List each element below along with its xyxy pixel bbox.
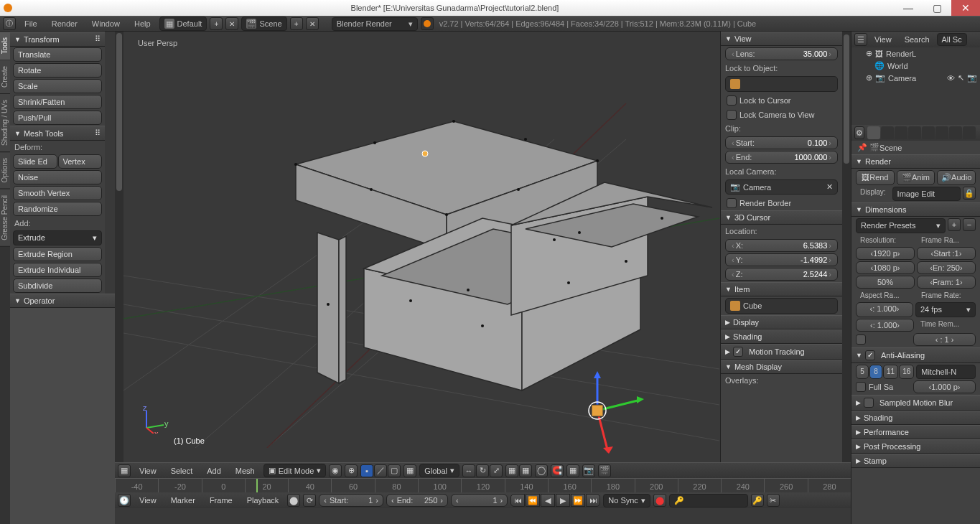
tl-menu-playback[interactable]: Playback: [241, 496, 285, 505]
shrink-fatten-button[interactable]: Shrink/Fatten: [13, 95, 102, 109]
add-preset-icon[interactable]: +: [948, 218, 961, 231]
extrude-region-button[interactable]: Extrude Region: [13, 247, 102, 261]
menu-help[interactable]: Help: [129, 19, 157, 28]
prop-tab-object[interactable]: [922, 126, 935, 139]
prop-tab-modifier[interactable]: [949, 126, 962, 139]
3d-cursor-gizmo[interactable]: [569, 368, 655, 454]
jump-end-icon[interactable]: ⏭: [586, 494, 600, 507]
vp-menu-mesh[interactable]: Mesh: [230, 467, 261, 475]
panel-stamp-header[interactable]: ▶Stamp: [851, 454, 980, 468]
vertex-slide-button[interactable]: Vertex: [58, 154, 103, 169]
cursor-y-field[interactable]: ‹Y:-1.4992›: [725, 253, 838, 266]
full-sample-checkbox[interactable]: [856, 382, 866, 392]
panel-aa-header[interactable]: ▼Anti-Aliasing: [851, 347, 980, 363]
panel-transform-header[interactable]: ▼Transform⠿: [10, 32, 105, 47]
panel-postprocess-header[interactable]: ▶Post Processing: [851, 439, 980, 454]
res-pct-field[interactable]: 50%: [856, 276, 915, 289]
viewport-shading-icon[interactable]: ◉: [329, 464, 342, 477]
screen-layout-selector[interactable]: ▦ Default: [159, 17, 207, 31]
vp-menu-select[interactable]: Select: [165, 467, 199, 475]
border-checkbox[interactable]: [856, 334, 866, 345]
render-engine-selector[interactable]: Blender Render▾: [332, 17, 418, 31]
outliner-item-renderlayers[interactable]: ⊕🖼RenderL: [851, 47, 980, 60]
rotate-button[interactable]: Rotate: [13, 63, 102, 78]
vp-menu-add[interactable]: Add: [201, 467, 227, 475]
keyframe-prev-icon[interactable]: ⏪: [526, 494, 540, 507]
panel-performance-header[interactable]: ▶Performance: [851, 425, 980, 439]
npanel-view-header[interactable]: ▼View: [721, 32, 842, 46]
toolpanel-scrollbar[interactable]: [115, 32, 123, 462]
npanel-motion-header[interactable]: ▶Motion Tracking: [721, 344, 842, 360]
add-layout-button[interactable]: +: [210, 17, 223, 30]
delete-keyframe-icon[interactable]: ✂: [767, 494, 780, 507]
prop-tab-render[interactable]: [867, 126, 880, 139]
smooth-vertex-button[interactable]: Smooth Vertex: [13, 186, 102, 200]
item-name-field[interactable]: Cube: [725, 298, 838, 314]
audio-button[interactable]: 🔊Audio: [937, 170, 976, 185]
aa-checkbox[interactable]: [865, 350, 875, 360]
aa-samples-16[interactable]: 16: [899, 365, 914, 379]
layer-icon[interactable]: ▦: [519, 464, 532, 477]
npanel-scrollbar[interactable]: [842, 32, 851, 462]
lock-icon[interactable]: 🔒: [963, 187, 976, 200]
prop-tab-data[interactable]: [963, 126, 976, 139]
clip-end-field[interactable]: ‹End:1000.000›: [725, 151, 838, 164]
timeline-ruler[interactable]: -40-200204060801001201401601802002202402…: [115, 478, 851, 492]
render-button[interactable]: 🖼Rend: [856, 170, 895, 185]
close-button[interactable]: ✕: [951, 0, 980, 16]
frame-step-field[interactable]: ‹Fram: 1›: [917, 276, 976, 289]
menu-window[interactable]: Window: [86, 19, 126, 28]
npanel-display-header[interactable]: ▶Display: [721, 315, 842, 329]
3d-viewport[interactable]: User Persp: [123, 32, 720, 462]
snap-target-icon[interactable]: ▦: [566, 464, 579, 477]
extrude-individual-button[interactable]: Extrude Individual: [13, 263, 102, 277]
tab-grease-pencil[interactable]: Grease Pencil: [0, 190, 10, 247]
info-editor-icon[interactable]: ⓘ: [3, 17, 16, 30]
motion-tracking-checkbox[interactable]: [733, 347, 743, 357]
autokey-icon[interactable]: ⬤: [287, 494, 300, 507]
render-border-checkbox[interactable]: [727, 198, 737, 208]
limit-selection-icon[interactable]: ▦: [403, 464, 416, 477]
preview-range-icon[interactable]: ⟳: [303, 494, 316, 507]
vertex-select-icon[interactable]: ▪: [360, 464, 373, 477]
npanel-meshdisplay-header[interactable]: ▼Mesh Display: [721, 360, 842, 374]
play-icon[interactable]: ▶: [556, 494, 570, 507]
lock-camera-checkbox[interactable]: [727, 110, 737, 120]
scene-selector[interactable]: 🎬 Scene: [241, 17, 286, 31]
clear-icon[interactable]: ✕: [826, 182, 833, 192]
pin-icon[interactable]: 📌: [857, 143, 867, 152]
display-mode-selector[interactable]: Image Edit: [892, 187, 961, 201]
start-frame-field[interactable]: ‹Start:1›: [319, 494, 383, 507]
record-icon[interactable]: ⬤: [653, 494, 666, 507]
outliner-item-camera[interactable]: ⊕📷Camera👁↖📷: [851, 72, 980, 84]
lock-cursor-checkbox[interactable]: [727, 95, 737, 106]
remove-preset-icon[interactable]: −: [963, 218, 976, 231]
panel-smb-header[interactable]: ▶Sampled Motion Blur: [851, 395, 980, 411]
timeline-editor-icon[interactable]: 🕐: [118, 494, 131, 507]
fps-selector[interactable]: 24 fps▾: [915, 302, 976, 317]
aspect-y-field[interactable]: ‹: 1.000›: [856, 319, 914, 332]
time-remap-field[interactable]: ‹ : 1 ›: [913, 333, 976, 346]
tl-menu-frame[interactable]: Frame: [204, 496, 238, 505]
opengl-render-icon[interactable]: 📷: [582, 464, 595, 477]
aa-samples-5[interactable]: 5: [856, 365, 869, 379]
panel-render-header[interactable]: ▼Render: [851, 154, 980, 169]
delete-scene-button[interactable]: ✕: [306, 17, 319, 30]
cursor-x-field[interactable]: ‹X:6.5383›: [725, 239, 838, 252]
opengl-anim-icon[interactable]: 🎬: [598, 464, 611, 477]
sync-selector[interactable]: No Sync▾: [603, 494, 650, 507]
aspect-x-field[interactable]: ‹: 1.000›: [856, 302, 913, 317]
panel-dimensions-header[interactable]: ▼Dimensions: [851, 202, 980, 217]
breadcrumb-scene[interactable]: 📌 🎬Scene: [851, 141, 980, 154]
playhead[interactable]: [256, 479, 258, 492]
res-x-field[interactable]: ‹1920 p›: [856, 247, 915, 260]
lock-object-selector[interactable]: [725, 76, 838, 92]
proportional-edit-icon[interactable]: ◯: [535, 464, 548, 477]
cursor-icon[interactable]: ↖: [958, 73, 964, 83]
lens-field[interactable]: ‹Lens:35.000›: [725, 47, 838, 60]
render-preset-selector[interactable]: Render Presets▾: [856, 218, 946, 233]
prop-tab-scene[interactable]: [895, 126, 907, 139]
keyframe-next-icon[interactable]: ⏩: [571, 494, 585, 507]
minimize-button[interactable]: —: [894, 0, 923, 16]
tab-tools[interactable]: Tools: [0, 32, 10, 60]
